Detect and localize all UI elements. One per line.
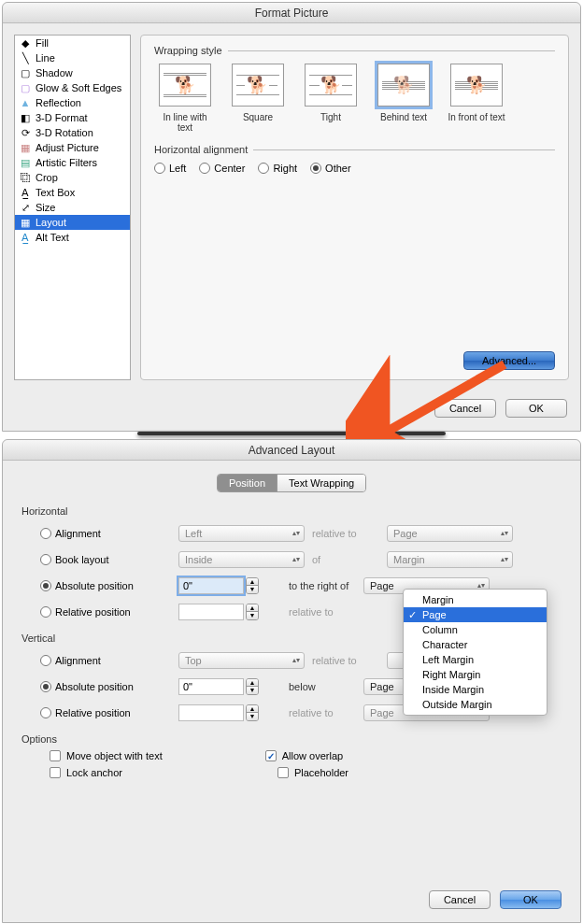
step-down-icon[interactable]: ▼ <box>247 713 258 720</box>
h-book-select[interactable]: Inside▴▾ <box>178 551 305 568</box>
tabbar: Position Text Wrapping <box>21 474 562 492</box>
h-absolute-input[interactable] <box>178 577 244 594</box>
dd-item-outsidemargin[interactable]: Outside Margin <box>404 697 547 712</box>
divider <box>137 432 446 435</box>
h-alignment-mid: relative to <box>312 528 379 539</box>
layout-icon: ▦ <box>19 216 32 229</box>
sidebar-item-shadow[interactable]: ▢Shadow <box>15 65 130 80</box>
titlebar: Advanced Layout <box>3 440 580 461</box>
wrap-tight[interactable]: 🐕 Tight <box>300 64 362 133</box>
v-relative-radio[interactable]: Relative position <box>40 707 171 718</box>
step-up-icon[interactable]: ▲ <box>247 578 258 586</box>
advanced-button[interactable]: Advanced... <box>463 351 555 370</box>
check-lock-anchor[interactable]: Lock anchor <box>50 767 122 778</box>
sidebar-item-textbox[interactable]: A̲Text Box <box>15 185 130 200</box>
check-placeholder[interactable]: Placeholder <box>277 767 348 778</box>
sidebar: ◆Fill ╲Line ▢Shadow ▢Glow & Soft Edges ▲… <box>14 35 131 380</box>
step-down-icon[interactable]: ▼ <box>247 586 258 593</box>
check-allow-overlap[interactable]: Allow overlap <box>265 750 343 761</box>
dd-item-margin[interactable]: Margin <box>404 592 547 607</box>
line-icon: ╲ <box>19 51 32 64</box>
step-up-icon[interactable]: ▲ <box>247 604 258 612</box>
v-alignment-select[interactable]: Top▴▾ <box>178 652 305 669</box>
sidebar-item-adjust[interactable]: ▦Adjust Picture <box>15 140 130 155</box>
dd-item-leftmargin[interactable]: Left Margin <box>404 652 547 667</box>
halign-right[interactable]: Right <box>258 163 297 174</box>
sidebar-item-layout[interactable]: ▦Layout <box>15 215 130 230</box>
advanced-layout-window: Advanced Layout Position Text Wrapping H… <box>2 439 581 923</box>
sidebar-item-crop[interactable]: ⿻Crop <box>15 170 130 185</box>
reflection-icon: ▲ <box>19 96 32 109</box>
sidebar-item-fill[interactable]: ◆Fill <box>15 36 130 50</box>
dropdown-popup[interactable]: Margin ✓Page Column Character Left Margi… <box>403 589 547 716</box>
h-relative-input[interactable] <box>178 604 244 620</box>
vertical-label: Vertical <box>21 633 55 644</box>
v-absolute-input[interactable] <box>178 678 244 695</box>
sidebar-item-artistic[interactable]: ▤Artistic Filters <box>15 155 130 170</box>
halign-center[interactable]: Center <box>199 163 245 174</box>
sidebar-item-3dformat[interactable]: ◧3-D Format <box>15 110 130 125</box>
ok-button[interactable]: OK <box>500 890 562 909</box>
wrap-front[interactable]: 🐕 In front of text <box>446 64 507 133</box>
v-absolute-radio[interactable]: Absolute position <box>40 681 171 692</box>
cancel-button[interactable]: Cancel <box>434 399 496 418</box>
step-up-icon[interactable]: ▲ <box>247 679 258 687</box>
h-relative-radio[interactable]: Relative position <box>40 606 171 618</box>
step-down-icon[interactable]: ▼ <box>247 612 258 619</box>
v-relative-mid: relative to <box>289 707 356 718</box>
v-alignment-mid: relative to <box>312 655 379 666</box>
v-relative-input[interactable] <box>178 704 244 721</box>
wrap-square[interactable]: 🐕 Square <box>227 64 289 133</box>
h-book-of[interactable]: Margin▴▾ <box>387 551 513 568</box>
ok-button[interactable]: OK <box>505 399 567 418</box>
stepper[interactable]: ▲▼ <box>246 604 259 620</box>
wrap-behind[interactable]: 🐕 Behind text <box>373 64 434 133</box>
options-group: Options Move object with text Allow over… <box>21 733 562 778</box>
dd-item-column[interactable]: Column <box>404 622 547 637</box>
wrapping-label: Wrapping style <box>154 45 555 56</box>
dog-icon: 🐕 <box>247 77 267 93</box>
size-icon: ⤢ <box>19 201 32 214</box>
halign-label: Horizontal alignment <box>154 144 555 155</box>
dog-icon: 🐕 <box>320 77 341 93</box>
horizontal-label: Horizontal <box>21 505 68 517</box>
dd-item-character[interactable]: Character <box>404 637 547 652</box>
shadow-icon: ▢ <box>19 66 32 79</box>
h-alignment-select[interactable]: Left▴▾ <box>178 525 305 542</box>
stepper[interactable]: ▲▼ <box>246 577 259 594</box>
h-absolute-radio[interactable]: Absolute position <box>40 580 171 591</box>
window-title: Format Picture <box>255 7 329 20</box>
h-book-radio[interactable]: Book layout <box>40 554 171 565</box>
halign-left[interactable]: Left <box>154 163 186 174</box>
dd-item-insidemargin[interactable]: Inside Margin <box>404 682 547 697</box>
step-up-icon[interactable]: ▲ <box>247 705 258 713</box>
sidebar-item-line[interactable]: ╲Line <box>15 50 130 65</box>
stepper[interactable]: ▲▼ <box>246 704 259 721</box>
dd-item-page[interactable]: ✓Page <box>404 607 547 622</box>
h-alignment-radio[interactable]: Alignment <box>40 528 171 539</box>
sidebar-item-alttext[interactable]: A̲Alt Text <box>15 230 130 245</box>
step-down-icon[interactable]: ▼ <box>247 687 258 694</box>
sidebar-item-3drotation[interactable]: ⟳3-D Rotation <box>15 125 130 140</box>
dd-item-rightmargin[interactable]: Right Margin <box>404 667 547 682</box>
h-relative-mid: relative to <box>289 606 356 618</box>
wrap-inline[interactable]: 🐕 In line with text <box>154 64 216 133</box>
alttext-icon: A̲ <box>19 231 32 244</box>
sidebar-item-glow[interactable]: ▢Glow & Soft Edges <box>15 80 130 95</box>
glow-icon: ▢ <box>19 81 32 94</box>
stepper[interactable]: ▲▼ <box>246 678 259 695</box>
v-alignment-radio[interactable]: Alignment <box>40 655 171 666</box>
sidebar-item-reflection[interactable]: ▲Reflection <box>15 95 130 110</box>
tab-position[interactable]: Position <box>218 475 277 491</box>
sidebar-item-size[interactable]: ⤢Size <box>15 200 130 215</box>
cancel-button[interactable]: Cancel <box>429 890 491 909</box>
updown-icon: ▴▾ <box>292 530 300 537</box>
tab-textwrapping[interactable]: Text Wrapping <box>277 475 365 491</box>
h-absolute-mid: to the right of <box>289 580 356 591</box>
crop-icon: ⿻ <box>19 171 32 184</box>
rotation-icon: ⟳ <box>19 126 32 139</box>
halign-other[interactable]: Other <box>310 163 351 174</box>
updown-icon: ▴▾ <box>292 657 300 664</box>
h-alignment-relto[interactable]: Page▴▾ <box>387 525 513 542</box>
check-move-object[interactable]: Move object with text <box>50 750 163 761</box>
